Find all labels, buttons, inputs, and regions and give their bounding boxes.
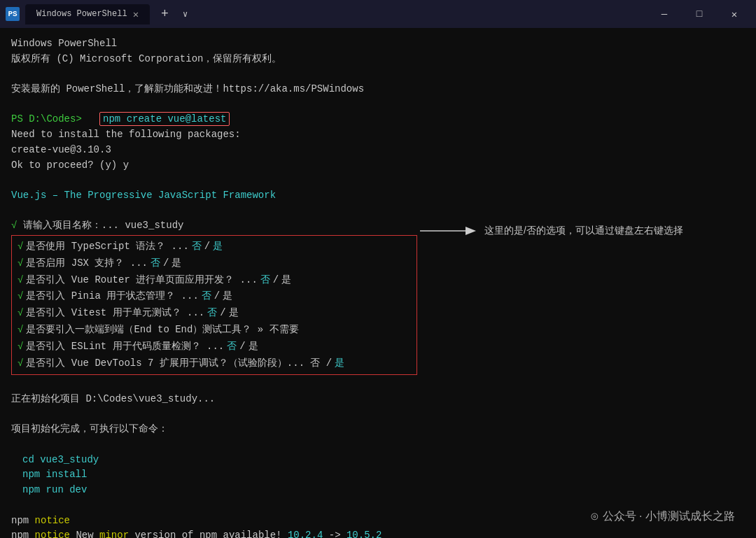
output-line-4: 安装最新的 PowerShell，了解新功能和改进！https://aka.ms… [11,82,745,97]
close-button[interactable]: ✕ [718,3,750,25]
questions-box: √ 是否使用 TypeScript 语法？ ... 否 / 是 √ 是否启用 J… [11,235,417,375]
npm-arrow: -> [329,530,346,538]
q3-slash: / [273,272,279,289]
npm-v1: 10.2.4 [288,530,323,538]
q4-slash: / [214,288,220,305]
q5-line: √ 是否引入 Vitest 用于单元测试？ ... 否 / 是 [18,305,411,322]
q2-line: √ 是否启用 JSX 支持？ ... 否 / 是 [18,255,411,272]
q1-text: 是否使用 TypeScript 语法？ ... [26,239,188,255]
npm-label-1: npm [11,515,35,526]
output-line-1: Windows PowerShell [11,36,745,52]
q6-text: 是否要引入一款端到端（End to End）测试工具？ » 不需要 [26,322,298,339]
terminal-content: Windows PowerShell 版权所有 (C) Microsoft Co… [11,36,745,538]
done-text: 项目初始化完成，可执行以下命令： [11,422,745,437]
npm-v2: 10.5.2 [346,530,382,538]
new-tab-button[interactable]: + [155,7,174,21]
blank-3 [11,173,745,188]
output-proceed: Ok to proceed? (y) y [11,158,745,174]
q0-text: 请输入项目名称：... vue3_study [23,220,184,231]
npm-notice-2-text: New [76,530,99,538]
annotation-container: 这里的是/否的选项，可以通过键盘左右键选择 [420,222,683,239]
npm-minor-word: minor [99,530,129,538]
prompt-1: PS D:\Codes> [11,113,82,125]
q3-check: √ [18,272,23,289]
tab-close-button[interactable]: ✕ [133,8,139,20]
terminal-window[interactable]: Windows PowerShell 版权所有 (C) Microsoft Co… [0,28,756,538]
minimize-button[interactable]: — [648,3,680,25]
cmd-dev: npm run dev [11,483,745,498]
q2-check: √ [18,255,23,272]
cmd-cd: cd vue3_study [11,453,745,468]
q0-check: √ [11,220,23,231]
q1-slash: / [204,239,210,255]
q7-no: 否 [227,339,237,355]
vue-title: Vue.js – The Progressive JavaScript Fram… [11,188,745,204]
cmd-install: npm install [11,467,745,483]
command-1: npm create vue@latest [99,112,230,126]
q1-line: √ 是否使用 TypeScript 语法？ ... 否 / 是 [18,239,411,255]
npm-notice-2-text2: version of npm available! [134,530,287,538]
npm-notice-word-2: notice [35,530,70,538]
q8-yes: 是 [335,355,344,372]
powershell-icon: PS [6,7,20,21]
svg-marker-1 [465,227,476,235]
q2-yes: 是 [172,255,181,272]
npm-notice-2: npm notice New minor version of npm avai… [11,528,745,538]
q4-no: 否 [202,288,211,305]
q5-yes: 是 [229,305,239,322]
q5-no: 否 [207,305,217,322]
q3-line: √ 是否引入 Vue Router 进行单页面应用开发？ ... 否 / 是 [18,272,411,289]
q3-text: 是否引入 Vue Router 进行单页面应用开发？ ... [26,272,257,289]
q8-check: √ [18,355,23,372]
title-bar-left: PS Windows PowerShell ✕ + ∨ [6,4,648,24]
q4-line: √ 是否引入 Pinia 用于状态管理？ ... 否 / 是 [18,288,411,305]
q8-line: √ 是否引入 Vue DevTools 7 扩展用于调试？（试验阶段）... 否… [18,355,411,372]
q4-check: √ [18,288,23,305]
q2-text: 是否启用 JSX 支持？ ... [26,255,148,272]
initializing-text: 正在初始化项目 D:\Codes\vue3_study... [11,392,745,407]
q1-yes: 是 [213,239,223,255]
q8-text: 是否引入 Vue DevTools 7 扩展用于调试？（试验阶段）... 否 / [26,355,332,372]
q6-check: √ [18,322,23,339]
blank-2 [11,97,745,113]
q2-slash: / [163,255,169,272]
q1-no: 否 [192,239,202,255]
output-line-2: 版权所有 (C) Microsoft Corporation，保留所有权利。 [11,52,745,67]
blank-6 [11,407,745,423]
q7-text: 是否引入 ESLint 用于代码质量检测？ ... [26,339,224,355]
maximize-button[interactable]: □ [683,3,715,25]
q7-slash: / [239,339,245,355]
blank-7 [11,437,745,453]
tab-label: Windows PowerShell [36,9,127,19]
q5-check: √ [18,305,23,322]
q5-slash: / [220,305,225,322]
output-create-vue: create-vue@3.10.3 [11,143,745,158]
blank-1 [11,66,745,82]
q3-no: 否 [260,272,270,289]
blank-5 [11,376,745,392]
watermark: ⊙ 公众号 · 小博测试成长之路 [590,509,735,524]
title-bar: PS Windows PowerShell ✕ + ∨ — □ ✕ [0,0,756,28]
q6-line: √ 是否要引入一款端到端（End to End）测试工具？ » 不需要 [18,322,411,339]
npm-label-2: npm [11,530,35,538]
q7-yes: 是 [248,339,258,355]
q3-yes: 是 [281,272,291,289]
q1-check: √ [18,239,23,255]
command-line-1: PS D:\Codes> npm create vue@latest [11,112,745,127]
npm-notice-word-1: notice [35,515,70,526]
q5-text: 是否引入 Vitest 用于单元测试？ ... [26,305,204,322]
q7-check: √ [18,339,23,355]
arrow-icon [420,222,476,239]
q7-line: √ 是否引入 ESLint 用于代码质量检测？ ... 否 / 是 [18,339,411,355]
annotation-text: 这里的是/否的选项，可以通过键盘左右键选择 [484,223,683,239]
window-controls: — □ ✕ [648,3,750,25]
q4-yes: 是 [223,288,232,305]
q2-no: 否 [150,255,160,272]
q4-text: 是否引入 Pinia 用于状态管理？ ... [26,288,198,305]
tab-dropdown-button[interactable]: ∨ [180,9,190,20]
blank-4 [11,204,745,219]
active-tab[interactable]: Windows PowerShell ✕ [25,4,150,24]
output-need: Need to install the following packages: [11,127,745,143]
